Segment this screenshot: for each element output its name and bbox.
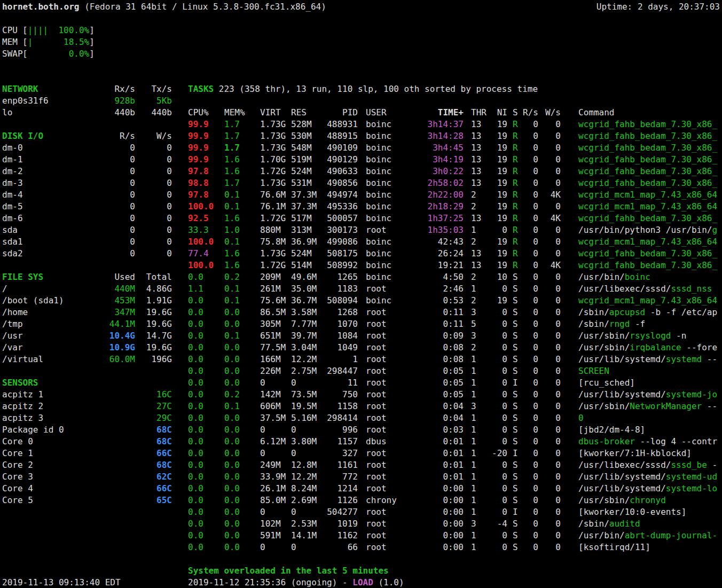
process-status: S xyxy=(513,271,518,283)
command: wcgrid_fahb_bedam_7.30_x86_ xyxy=(578,248,717,260)
tx-value: 5Kb xyxy=(156,95,172,107)
process-status: S xyxy=(513,542,518,553)
process-status: I xyxy=(513,506,518,518)
nice-value: 0 xyxy=(502,365,507,377)
command: SCREEN xyxy=(578,365,609,377)
thread-count: 13 xyxy=(471,130,481,142)
command: /usr/libexec/sssd/sssd_be - xyxy=(578,459,717,471)
device-name: dm-2 xyxy=(2,166,23,177)
command-name: systemd xyxy=(666,354,702,364)
nice-value: 0 xyxy=(502,389,507,401)
sensor-name: acpitz 1 xyxy=(2,389,43,401)
sensor-value: 62C xyxy=(156,471,172,483)
res-memory: 0 xyxy=(291,542,296,553)
virt-memory: 0 xyxy=(260,506,265,518)
command-name: wcgrid_fahb_bedam_7.30_x86_ xyxy=(578,143,717,153)
nice-value: 19 xyxy=(497,248,507,260)
nice-value: 19 xyxy=(497,130,507,142)
mem-percent: 0.0 xyxy=(224,318,240,330)
read-rate: 0 xyxy=(533,318,538,330)
thread-count: 1 xyxy=(471,448,476,459)
pid: 298414 xyxy=(327,412,358,424)
command: /usr/sbin/rsyslogd -n xyxy=(578,330,686,342)
read-rate: 0 xyxy=(533,142,538,154)
process-status: S xyxy=(513,530,518,542)
cpu-percent: 77.4 xyxy=(188,248,209,260)
virt-memory: 591M xyxy=(260,530,281,542)
command: wcgrid_fahb_bedam_7.30_x86_ xyxy=(578,142,717,154)
col-header-time-sort: TIME+ xyxy=(438,107,464,119)
cpu-percent: 0.0 xyxy=(188,354,203,365)
thread-count: 1 xyxy=(471,354,476,365)
res-memory: 528M xyxy=(291,119,312,130)
section-title: NETWORK xyxy=(2,83,38,95)
res-memory: 524M xyxy=(291,248,312,260)
cpu-percent: 0.0 xyxy=(188,471,203,483)
rx-value: 440b xyxy=(114,107,135,119)
glances-terminal[interactable]: hornet.both.org (Fedora 31 64bit / Linux… xyxy=(0,0,722,588)
total-space: 196G xyxy=(151,354,172,365)
filesystem-row: /var 10.9G 19.6G xyxy=(2,342,172,354)
command: /usr/libexec/sssd/sssd_nss xyxy=(578,283,712,295)
write-rate: 0 xyxy=(555,119,561,130)
disk-io-section: DISK I/O R/s W/s dm-0 0 0 dm-1 0 0 dm-2 … xyxy=(2,130,172,260)
pid: 494974 xyxy=(327,189,358,201)
user: root xyxy=(366,506,387,518)
sensor-name: Core 5 xyxy=(2,495,33,506)
alert-message: System overloaded in the last 5 minutes xyxy=(188,565,389,577)
thread-count: 3 xyxy=(471,401,476,412)
thread-count: 1 xyxy=(471,389,476,401)
write-rate: 0 xyxy=(167,189,172,201)
disk-row: dm-4 0 0 xyxy=(2,189,172,201)
virt-memory: 1.73G xyxy=(260,130,286,142)
cpu-time: 26:24 xyxy=(438,248,464,260)
pid: 1265 xyxy=(337,271,358,283)
read-rate: 0 xyxy=(533,412,538,424)
process-row: 97.8 1.6 1.72G 524M 490633 boinc 3h0:22 … xyxy=(188,166,722,177)
res-memory: 5.16M xyxy=(291,412,317,424)
cpu-time: 2:46 xyxy=(443,283,464,295)
process-row: 1.1 0.1 261M 35.0M 1183 root 2:46 1 0 S … xyxy=(188,283,722,295)
process-row: 0.0 0.1 606M 19.5M 1158 root 0:04 3 0 S … xyxy=(188,401,722,412)
command-name: sssd_be xyxy=(671,460,707,470)
cpu-percent: 0.0 xyxy=(188,365,203,377)
cpu-time: 1h35:03 xyxy=(428,224,464,236)
device-name: sda2 xyxy=(2,248,23,260)
virt-memory: 6.12M xyxy=(260,436,286,448)
user: root xyxy=(366,377,387,389)
cpu-time: 0:01 xyxy=(443,448,464,459)
nice-value: -4 xyxy=(497,518,507,530)
write-rate: 0 xyxy=(555,495,561,506)
process-table-header: CPU% MEM% VIRT RES PID USER TIME+ THR NI… xyxy=(188,107,722,119)
nice-value: 0 xyxy=(502,307,507,318)
thread-count: 3 xyxy=(471,330,476,342)
read-rate: 0 xyxy=(533,213,538,224)
user: root xyxy=(366,471,387,483)
mem-percent: 1.6 xyxy=(224,248,240,260)
col-header-write: W/s xyxy=(545,107,561,119)
mem-percent: 0.1 xyxy=(224,236,240,248)
command-name: auditd xyxy=(609,519,640,529)
virt-memory: 305M xyxy=(260,318,281,330)
cpu-time: 0:05 xyxy=(443,377,464,389)
read-rate: 0 xyxy=(533,459,538,471)
cpu-time: 3h14:37 xyxy=(428,119,464,130)
write-rate: 0 xyxy=(555,201,561,213)
filesystem-row: / 440M 4.86G xyxy=(2,283,172,295)
write-rate: 0 xyxy=(555,166,561,177)
command-name: sssd_nss xyxy=(671,284,712,294)
command-name: NetworkManager xyxy=(630,401,702,411)
user: root xyxy=(366,224,387,236)
process-row: 0.0 0.0 77.5M 3.04M 1049 root 0:08 2 0 S… xyxy=(188,342,722,354)
disk-row: dm-5 0 0 xyxy=(2,201,172,213)
section-header: NETWORK Rx/s Tx/s xyxy=(2,83,172,95)
cpu-percent: 0.0 xyxy=(188,424,203,436)
column-header-read: R/s xyxy=(120,130,135,142)
cpu-time: 0:11 xyxy=(443,318,464,330)
thread-count: 1 xyxy=(471,436,476,448)
process-row: 98.8 1.7 1.73G 531M 490856 boinc 2h58:02… xyxy=(188,177,722,189)
mem-percent: 0.0 xyxy=(224,483,240,495)
cpu-time: 0:04 xyxy=(443,401,464,412)
cpu-time: 0:00 xyxy=(443,518,464,530)
write-rate: 0 xyxy=(555,295,561,307)
